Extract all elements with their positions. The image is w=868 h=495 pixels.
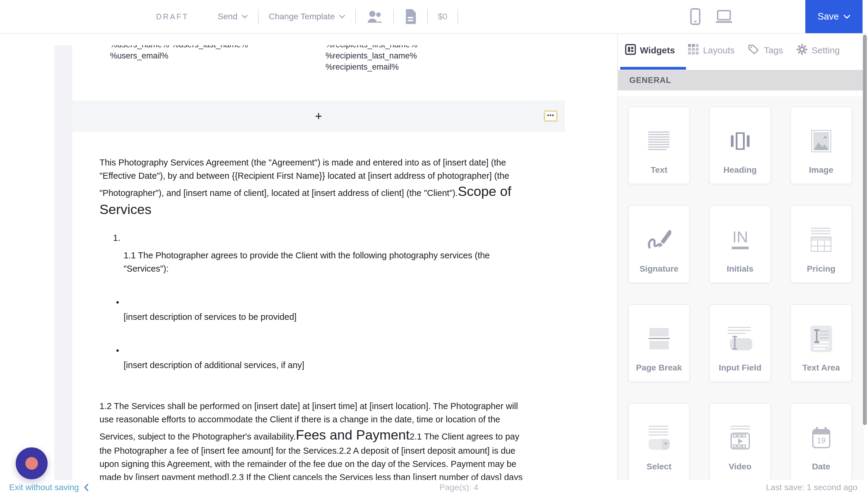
active-tab-indicator [620,67,686,70]
input-field-widget-icon [728,319,753,358]
page-break-widget-icon [648,319,670,358]
bullet-marker: • [116,345,539,357]
bottom-bar: Exit without saving Page(s): 4 Last save… [0,480,868,495]
tab-layouts[interactable]: Layouts [688,44,734,57]
vertical-scrollbar[interactable] [863,35,867,425]
document-icon [404,9,417,24]
widget-card-select[interactable]: Select [628,403,690,481]
variable-line[interactable]: %users_name% %users_last_name% [110,45,248,50]
last-save-status: Last save: 1 second ago [766,483,857,492]
recipient-variables-block: %recipients_first_name% %recipients_last… [326,45,417,73]
bullet-item[interactable]: [insert description of services to be pr… [124,310,539,323]
document-page-1[interactable]: %users_name% %users_last_name% %users_em… [72,45,565,100]
text-area-widget-icon [811,319,832,358]
phone-preview-icon[interactable] [690,8,700,25]
list-item-number[interactable]: 1. [113,231,539,244]
widget-card-video[interactable]: Video [709,403,771,481]
layouts-icon [688,44,699,57]
status-badge: DRAFT [156,12,189,21]
video-widget-icon [730,418,750,457]
widget-label: Image [809,164,833,176]
section-divider: + ••• [72,100,565,132]
svg-text:IN: IN [732,228,748,246]
gear-icon [796,44,808,57]
fees-and-payment-heading: Fees and Payment [296,427,410,443]
widget-card-image[interactable]: Image [790,106,852,184]
image-widget-icon [811,121,831,161]
chevron-down-icon [339,15,345,18]
widget-label: Heading [723,164,757,176]
clause-1-1[interactable]: 1.1 The Photographer agrees to provide t… [124,249,499,275]
chevron-left-icon [84,484,89,491]
signature-widget-icon [647,220,671,259]
heading-widget-icon [731,121,749,161]
tab-label: Tags [764,45,783,55]
document-button[interactable] [404,9,417,24]
help-chat-button[interactable] [16,447,48,479]
variable-line[interactable]: %users_email% [110,50,248,62]
tab-setting[interactable]: Setting [796,44,840,57]
tag-icon [748,44,760,57]
widget-label: Initials [727,262,753,275]
widget-label: Date [812,460,830,473]
widget-card-page-break[interactable]: Page Break [628,304,690,382]
section-gutter [54,45,72,495]
pricing-total[interactable]: $0 [438,12,447,21]
widgets-section-header: GENERAL [618,70,864,90]
section-more-button[interactable]: ••• [544,110,558,122]
tab-label: Widgets [640,45,675,55]
user-variables-block: %users_name% %users_last_name% %users_em… [110,45,248,62]
tab-label: Setting [812,45,840,55]
widget-card-date[interactable]: 19Date [790,403,852,481]
variable-line[interactable]: %recipients_first_name% [326,45,417,50]
send-button[interactable]: Send [218,12,247,21]
toolbar-divider [393,9,394,24]
recipients-button[interactable] [366,10,383,23]
right-sidebar: WidgetsLayoutsTagsSetting GENERAL TextHe… [617,34,868,495]
widget-card-text-area[interactable]: Text Area [790,304,852,382]
document-page-2[interactable]: This Photography Services Agreement (the… [72,132,565,495]
desktop-preview-icon[interactable] [715,10,732,23]
widget-label: Video [729,460,752,473]
widget-card-signature[interactable]: Signature [628,205,690,283]
widget-card-text[interactable]: Text [628,106,690,184]
bullet-marker: • [116,296,539,308]
widget-label: Pricing [807,262,835,275]
date-widget-icon: 19 [812,418,831,457]
change-template-button[interactable]: Change Template [269,12,345,21]
widget-panel: TextHeadingImageSignatureINInitialsPrici… [618,97,864,495]
select-widget-icon [648,418,670,457]
pricing-widget-icon [811,220,832,259]
chevron-down-icon [844,15,850,19]
widget-label: Text [651,164,667,176]
widget-card-heading[interactable]: Heading [709,106,771,184]
agreement-intro-paragraph[interactable]: This Photography Services Agreement (the… [100,132,529,219]
widget-card-pricing[interactable]: Pricing [790,205,852,283]
document-canvas: %users_name% %users_last_name% %users_em… [0,34,617,495]
widget-label: Input Field [719,361,762,374]
initials-widget-icon: IN [729,220,752,259]
widget-label: Text Area [802,361,840,374]
variable-line[interactable]: %recipients_last_name% [326,50,417,62]
recipients-icon [366,10,383,23]
tab-label: Layouts [703,45,734,55]
add-block-button[interactable]: + [315,110,322,122]
widget-card-initials[interactable]: INInitials [709,205,771,283]
toolbar-divider [355,9,356,24]
widget-card-input-field[interactable]: Input Field [709,304,771,382]
chevron-down-icon [242,15,248,18]
toolbar-divider [457,9,458,24]
tab-tags[interactable]: Tags [748,44,783,57]
widget-grid: TextHeadingImageSignatureINInitialsPrici… [618,97,864,481]
bullet-item[interactable]: [insert description of additional servic… [124,358,539,372]
widget-label: Signature [640,262,678,275]
exit-without-saving-link[interactable]: Exit without saving [9,483,89,492]
svg-text:19: 19 [817,436,826,445]
widgets-icon [625,44,636,57]
save-button[interactable]: Save [805,0,863,33]
toolbar-divider [258,9,259,24]
record-dot-icon [25,457,38,470]
widget-label: Page Break [636,361,682,374]
variable-line[interactable]: %recipients_email% [326,62,417,73]
tab-widgets[interactable]: Widgets [625,44,675,57]
